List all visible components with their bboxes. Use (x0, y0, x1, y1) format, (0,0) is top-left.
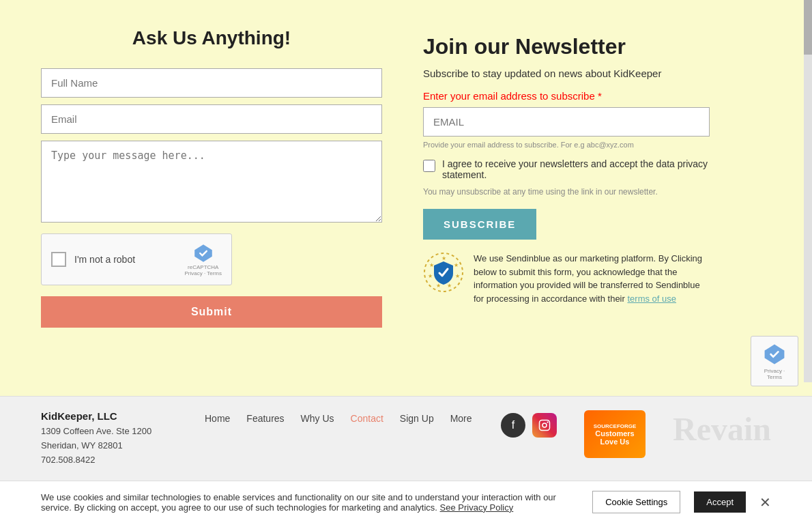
shield-icon: ★ ★ ★ ★ ★ ★ ★ (423, 252, 464, 293)
consent-row: I agree to receive your newsletters and … (423, 158, 710, 180)
svg-text:★: ★ (429, 262, 434, 268)
unsubscribe-note: You may unsubscribe at any time using th… (423, 187, 710, 197)
sendinblue-text: We use Sendinblue as our marketing platf… (474, 252, 710, 305)
consent-checkbox[interactable] (423, 160, 435, 172)
footer-nav-home[interactable]: Home (205, 413, 230, 424)
revain-area: Revain (673, 410, 771, 448)
recaptcha-label: I'm not a robot (74, 254, 176, 265)
svg-text:★: ★ (436, 283, 441, 289)
revain-watermark: Revain (673, 410, 771, 448)
cookie-close-button[interactable]: ✕ (759, 494, 771, 511)
footer-nav-features[interactable]: Features (246, 413, 284, 424)
newsletter-email-label: Enter your email address to subscribe * (423, 90, 710, 102)
contact-form: I'm not a robot reCAPTCHA Privacy · Term… (41, 68, 382, 328)
newsletter-email-input[interactable] (423, 107, 710, 137)
cookie-accept-button[interactable]: Accept (694, 491, 746, 513)
required-marker: * (598, 90, 602, 102)
footer-company: KidKeeper, LLC 1309 Coffeen Ave. Ste 120… (41, 410, 177, 467)
recaptcha-checkbox[interactable] (51, 252, 66, 267)
submit-button[interactable]: Submit (41, 296, 382, 328)
cookie-text: We use cookies and similar technologies … (41, 492, 579, 513)
newsletter-description: Subscribe to stay updated on news about … (423, 68, 710, 79)
full-name-input[interactable] (41, 68, 382, 98)
footer-social: f (501, 410, 557, 438)
privacy-policy-link[interactable]: See Privacy Policy (440, 502, 514, 513)
svg-text:★: ★ (454, 262, 459, 268)
svg-text:★: ★ (447, 283, 452, 289)
footer-nav-why-us[interactable]: Why Us (301, 413, 334, 424)
message-input[interactable] (41, 141, 382, 223)
svg-point-10 (547, 421, 548, 423)
subscribe-button[interactable]: SUBSCRIBE (423, 209, 536, 240)
footer-nav-sign-up[interactable]: Sign Up (400, 413, 434, 424)
footer-top: KidKeeper, LLC 1309 Coffeen Ave. Ste 120… (41, 410, 771, 467)
svg-point-9 (542, 423, 547, 427)
instagram-icon[interactable] (532, 413, 557, 438)
recaptcha-links: Privacy · Terms (184, 270, 222, 276)
footer: KidKeeper, LLC 1309 Coffeen Ave. Ste 120… (0, 396, 812, 481)
email-input[interactable] (41, 104, 382, 134)
facebook-icon[interactable]: f (501, 413, 525, 438)
footer-nav-contact[interactable]: Contact (351, 413, 383, 424)
svg-text:★: ★ (428, 273, 433, 279)
footer-nav-more[interactable]: More (450, 413, 472, 424)
sendinblue-notice: ★ ★ ★ ★ ★ ★ ★ We use Sendinblue as our m… (423, 252, 710, 305)
cookie-bar: We use cookies and similar technologies … (0, 481, 812, 514)
terms-of-use-link[interactable]: terms of use (627, 294, 676, 304)
contact-section: Ask Us Anything! I'm not a robot reCAPTC… (41, 27, 382, 355)
footer-nav: Home Features Why Us Contact Sign Up Mor… (205, 410, 474, 424)
cookie-settings-button[interactable]: Cookie Settings (592, 491, 680, 513)
company-name: KidKeeper, LLC (41, 410, 177, 422)
footer-address: 1309 Coffeen Ave. Ste 1200 Sheridan, WY … (41, 425, 177, 467)
sourceforge-badge: SOURCEFORGE Customers Love Us (584, 410, 646, 458)
newsletter-section: Join our Newsletter Subscribe to stay up… (423, 27, 710, 355)
recaptcha-brand: reCAPTCHA (188, 264, 218, 270)
contact-title: Ask Us Anything! (41, 27, 382, 49)
recaptcha-bottom-widget: Privacy · Terms (751, 336, 798, 386)
email-hint: Provide your email address to subscribe.… (423, 141, 710, 149)
svg-text:★: ★ (455, 273, 460, 279)
recaptcha-logo: reCAPTCHA Privacy · Terms (184, 242, 222, 276)
svg-text:★: ★ (441, 255, 446, 261)
newsletter-title: Join our Newsletter (423, 34, 710, 59)
recaptcha-box: I'm not a robot reCAPTCHA Privacy · Term… (41, 233, 232, 285)
consent-text: I agree to receive your newsletters and … (442, 158, 710, 180)
